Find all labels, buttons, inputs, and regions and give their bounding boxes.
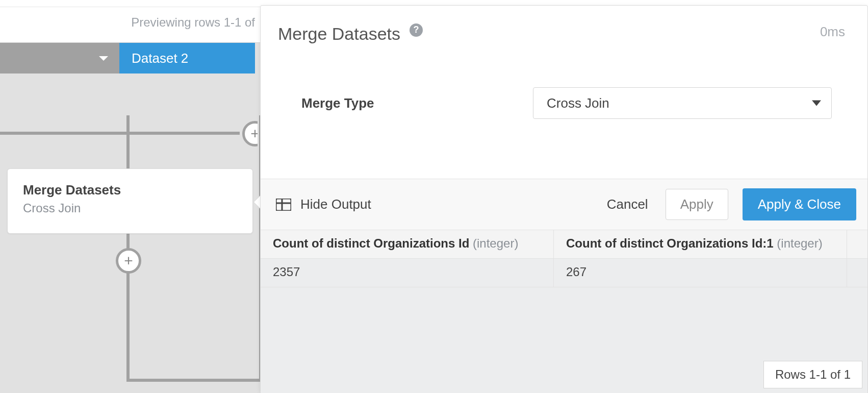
hide-output-label: Hide Output (300, 196, 371, 212)
merge-type-select[interactable]: Cross Join (533, 87, 832, 119)
connector-line (0, 132, 240, 135)
tab-label: Dataset 2 (132, 51, 188, 66)
column-header[interactable]: Count of distinct Organizations Id (inte… (261, 230, 554, 258)
column-header[interactable]: Count of distinct Organizations Id:1 (in… (554, 230, 847, 258)
node-subtitle: Cross Join (23, 201, 237, 215)
table-icon (276, 199, 291, 211)
elapsed-time: 0ms (820, 24, 845, 40)
merge-datasets-panel: Merge Datasets ? 0ms Merge Type Cross Jo… (260, 5, 868, 393)
cell: 267 (554, 259, 847, 287)
connector-line (126, 379, 262, 382)
help-icon[interactable]: ? (410, 23, 423, 37)
canvas: Previewing rows 1-1 of Dataset 2 + Merge… (0, 0, 868, 393)
output-grid: Count of distinct Organizations Id (inte… (261, 230, 867, 393)
row-counter: Rows 1-1 of 1 (763, 361, 862, 388)
pipeline-node-merge-datasets[interactable]: Merge Datasets Cross Join (7, 168, 253, 234)
plus-icon: + (124, 252, 133, 269)
add-step-button[interactable]: + (116, 248, 141, 274)
hide-output-toggle[interactable]: Hide Output (276, 196, 371, 212)
table-row[interactable]: 2357 267 (261, 259, 867, 287)
panel-body: Merge Type Cross Join (261, 67, 867, 179)
chevron-down-icon (812, 101, 821, 106)
form-row-merge-type: Merge Type Cross Join (301, 87, 845, 119)
svg-rect-0 (276, 199, 291, 211)
grid-header: Count of distinct Organizations Id (inte… (261, 230, 867, 259)
merge-type-value: Cross Join (547, 95, 609, 111)
tab-dataset-2[interactable]: Dataset 2 (119, 43, 255, 73)
panel-header: Merge Datasets ? 0ms (261, 6, 867, 67)
cancel-button[interactable]: Cancel (604, 189, 651, 219)
chevron-down-icon (99, 56, 108, 61)
tab-dropdown[interactable] (0, 43, 119, 73)
column-type: (integer) (777, 236, 822, 250)
panel-title: Merge Datasets (278, 24, 400, 44)
merge-type-label: Merge Type (301, 95, 485, 111)
apply-button[interactable]: Apply (666, 189, 728, 220)
preview-rows-text: Previewing rows 1-1 of (0, 15, 255, 30)
apply-close-button[interactable]: Apply & Close (743, 188, 856, 220)
column-type: (integer) (473, 236, 518, 250)
column-name: Count of distinct Organizations Id:1 (566, 236, 774, 250)
node-title: Merge Datasets (23, 182, 237, 198)
cell: 2357 (261, 259, 554, 287)
panel-actions: Hide Output Cancel Apply Apply & Close (261, 179, 867, 230)
column-name: Count of distinct Organizations Id (273, 236, 469, 250)
